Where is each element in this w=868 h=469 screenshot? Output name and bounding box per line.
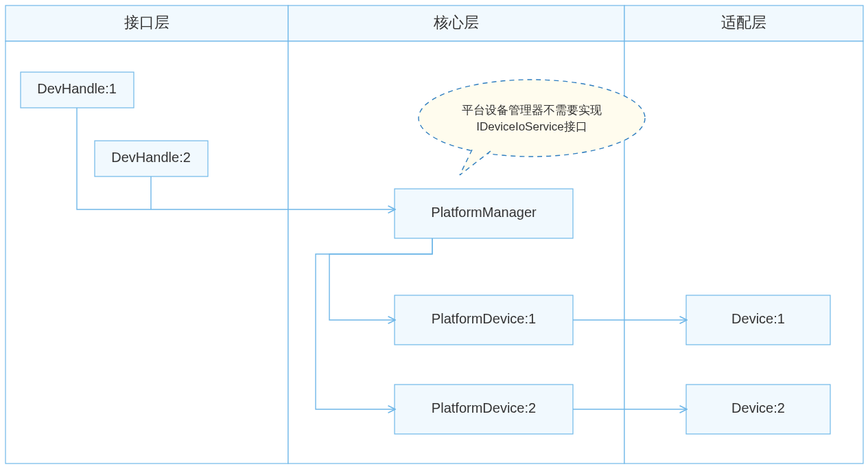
- callout-line1: 平台设备管理器不需要实现: [462, 104, 602, 117]
- node-platformdevice2: PlatformDevice:2: [395, 385, 573, 434]
- architecture-diagram: 接口层 核心层 适配层 平台设备管理器不需要实现 IDeviceIoServic…: [0, 0, 868, 469]
- column-core-label: 核心层: [433, 14, 479, 31]
- svg-text:PlatformManager: PlatformManager: [431, 205, 537, 220]
- svg-text:Device:1: Device:1: [731, 311, 785, 326]
- svg-text:DevHandle:1: DevHandle:1: [37, 81, 117, 96]
- column-interface-label: 接口层: [124, 14, 169, 31]
- node-platformmanager: PlatformManager: [395, 189, 573, 238]
- node-devhandle2: DevHandle:2: [95, 141, 208, 176]
- node-platformdevice1: PlatformDevice:1: [395, 295, 573, 345]
- node-devhandle1: DevHandle:1: [21, 72, 134, 108]
- svg-text:PlatformDevice:1: PlatformDevice:1: [432, 311, 536, 326]
- node-device2: Device:2: [686, 385, 830, 434]
- svg-text:Device:2: Device:2: [731, 400, 785, 415]
- svg-text:PlatformDevice:2: PlatformDevice:2: [432, 400, 536, 415]
- column-adapter-label: 适配层: [721, 14, 766, 31]
- svg-text:DevHandle:2: DevHandle:2: [111, 150, 191, 165]
- callout-line2: IDeviceIoService接口: [476, 120, 587, 133]
- node-device1: Device:1: [686, 295, 830, 345]
- svg-point-6: [419, 80, 645, 157]
